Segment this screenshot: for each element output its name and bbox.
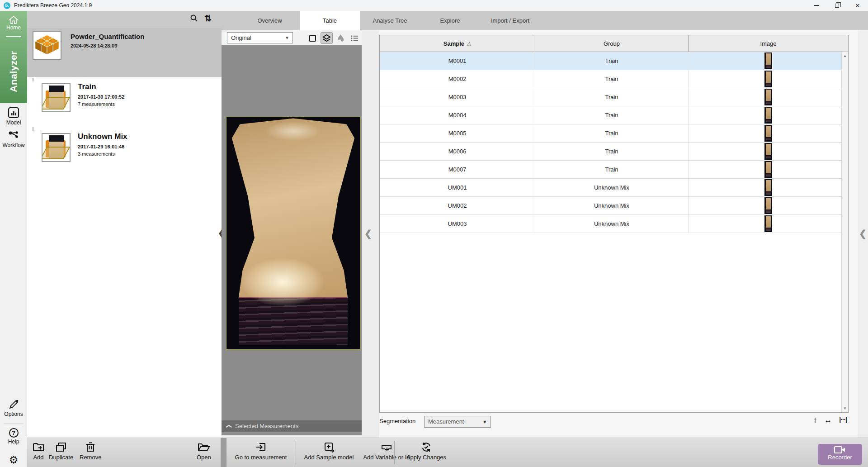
search-icon[interactable] bbox=[190, 14, 198, 24]
column-header-image[interactable]: Image bbox=[689, 35, 848, 52]
table-row[interactable]: M0005Train bbox=[380, 124, 848, 143]
workflow-icon bbox=[8, 130, 19, 141]
measurement-group-title: Train bbox=[78, 82, 96, 91]
gear-icon: ⚙ bbox=[0, 454, 27, 466]
model-icon bbox=[8, 107, 19, 119]
analyzer-section: Home Analyzer bbox=[0, 11, 27, 103]
scroll-up-icon[interactable]: ▲ bbox=[842, 54, 848, 58]
collapse-panel-chevron-right[interactable]: ❮ bbox=[859, 228, 867, 239]
sidebar-item-home[interactable]: Home bbox=[0, 15, 27, 31]
sort-ascending-icon: △ bbox=[467, 40, 472, 47]
table-row[interactable]: M0007Train bbox=[380, 161, 848, 179]
help-icon: ? bbox=[9, 428, 19, 438]
cell-group: Unknown Mix bbox=[535, 215, 689, 233]
table-scrollbar[interactable]: ▲ ▼ bbox=[841, 52, 848, 412]
go-to-measurement-label: Go to measurement bbox=[231, 454, 290, 461]
sidebar-item-help[interactable]: ? Help bbox=[0, 428, 27, 445]
layer-select-dropdown[interactable]: Original ▼ bbox=[227, 32, 293, 43]
cell-group: Train bbox=[535, 70, 689, 88]
cell-image bbox=[689, 52, 848, 70]
sidebar-item-settings[interactable]: ⚙ Settings bbox=[0, 454, 27, 467]
recorder-label: Recorder bbox=[818, 454, 862, 461]
table-body: M0001TrainM0002TrainM0003TrainM0004Train… bbox=[380, 52, 848, 233]
cell-sample: UM002 bbox=[380, 197, 535, 214]
sort-icon[interactable]: ⇅ bbox=[204, 13, 212, 24]
duplicate-icon bbox=[55, 442, 67, 453]
add-button[interactable]: Add bbox=[33, 442, 44, 461]
resize-horizontal-icon[interactable]: ↔ bbox=[824, 416, 832, 425]
sidebar-item-model[interactable]: Model bbox=[0, 107, 27, 126]
tab-overview[interactable]: Overview bbox=[240, 11, 300, 30]
table-row[interactable]: M0002Train bbox=[380, 70, 848, 88]
tab-table[interactable]: Table bbox=[300, 11, 360, 30]
open-button[interactable]: Open bbox=[197, 442, 211, 461]
border-view-button[interactable] bbox=[307, 32, 319, 44]
cell-sample: M0007 bbox=[380, 161, 535, 178]
measurement-group-item[interactable]: Train2017-01-30 17:00:527 measurements bbox=[27, 81, 222, 127]
analyzer-label: Analyzer bbox=[8, 51, 19, 92]
column-header-sample[interactable]: Sample △ bbox=[380, 35, 535, 52]
selected-measurements-bar[interactable]: ❮Selected Measurements bbox=[222, 420, 362, 432]
close-icon: ✕ bbox=[855, 2, 860, 9]
bag-highlight bbox=[226, 117, 360, 349]
sidebar-item-analyzer[interactable]: Analyzer bbox=[0, 40, 27, 103]
close-button[interactable]: ✕ bbox=[847, 0, 868, 11]
add-label: Add bbox=[33, 454, 44, 461]
sample-thumbnail bbox=[764, 107, 772, 124]
cell-group: Train bbox=[535, 143, 689, 160]
layers-icon bbox=[322, 34, 331, 43]
remove-button[interactable]: Remove bbox=[80, 442, 101, 461]
model-label: Model bbox=[0, 119, 27, 126]
viewer-toolbar: Original ▼ bbox=[222, 30, 362, 45]
tab-analyse-tree[interactable]: Analyse Tree bbox=[360, 11, 420, 30]
layers-view-button[interactable] bbox=[321, 32, 333, 44]
list-view-button[interactable] bbox=[349, 32, 361, 44]
duplicate-button[interactable]: Duplicate bbox=[49, 442, 73, 461]
resize-vertical-icon[interactable]: ↕ bbox=[813, 416, 817, 425]
table-header: Sample △ Group Image bbox=[380, 35, 848, 52]
go-to-measurement-button[interactable]: Go to measurement bbox=[231, 442, 290, 461]
open-folder-icon bbox=[198, 442, 210, 453]
selected-measurements-label: Selected Measurements bbox=[235, 423, 298, 429]
measurement-photo[interactable] bbox=[226, 117, 360, 350]
table-row[interactable]: M0001Train bbox=[380, 52, 848, 70]
table-row[interactable]: M0006Train bbox=[380, 143, 848, 161]
bottom-toolbar: Add Duplicate Remove Open bbox=[27, 438, 868, 467]
apply-changes-button[interactable]: Apply Changes bbox=[401, 442, 451, 461]
home-icon bbox=[9, 15, 19, 24]
layer-select-value: Original bbox=[231, 34, 251, 41]
cell-sample: M0001 bbox=[380, 52, 535, 70]
column-spacing-icon[interactable]: |···| bbox=[839, 416, 847, 425]
cell-image bbox=[689, 143, 848, 160]
table-row[interactable]: M0003Train bbox=[380, 88, 848, 106]
tab-import-export[interactable]: Import / Export bbox=[480, 11, 540, 30]
window-title: Prediktera Breeze Geo 2024.1.9 bbox=[14, 2, 92, 9]
minimize-button[interactable] bbox=[806, 0, 826, 11]
cell-image bbox=[689, 124, 848, 142]
table-row[interactable]: UM002Unknown Mix bbox=[380, 197, 848, 215]
droplet-view-button[interactable] bbox=[335, 32, 347, 44]
table-row[interactable]: UM003Unknown Mix bbox=[380, 215, 848, 233]
segmentation-dropdown[interactable]: Measurement ▼ bbox=[424, 416, 491, 428]
tab-explore[interactable]: Explore bbox=[420, 11, 480, 30]
restore-button[interactable] bbox=[826, 0, 847, 11]
column-header-group[interactable]: Group bbox=[535, 35, 689, 52]
project-item-selected[interactable]: Powder_Quantification 2024-05-28 14:28:0… bbox=[27, 28, 222, 78]
sample-thumbnail bbox=[764, 179, 772, 196]
collapse-panel-chevron-mid[interactable]: ❮ bbox=[364, 228, 372, 239]
project-toolbar: ⇅ bbox=[27, 11, 222, 28]
sidebar-item-options[interactable]: Options bbox=[0, 399, 27, 417]
help-label: Help bbox=[0, 438, 27, 445]
table-row[interactable]: UM001Unknown Mix bbox=[380, 179, 848, 197]
scroll-down-icon[interactable]: ▼ bbox=[842, 406, 848, 410]
toolbar-separator bbox=[221, 438, 226, 467]
add-sample-model-button[interactable]: Add Sample model bbox=[301, 442, 357, 461]
project-panel: ⇅ Powder_Quantification 2024-05-28 14:28… bbox=[27, 11, 222, 438]
measurement-group-item[interactable]: Unknown Mix2017-01-29 16:01:463 measurem… bbox=[27, 131, 222, 176]
sidebar-item-workflow[interactable]: Workflow bbox=[0, 130, 27, 148]
restore-icon bbox=[835, 4, 839, 8]
measurement-group-count: 3 measurements bbox=[78, 151, 115, 157]
video-camera-icon bbox=[834, 446, 846, 454]
recorder-button[interactable]: Recorder bbox=[818, 444, 862, 465]
table-row[interactable]: M0004Train bbox=[380, 106, 848, 124]
